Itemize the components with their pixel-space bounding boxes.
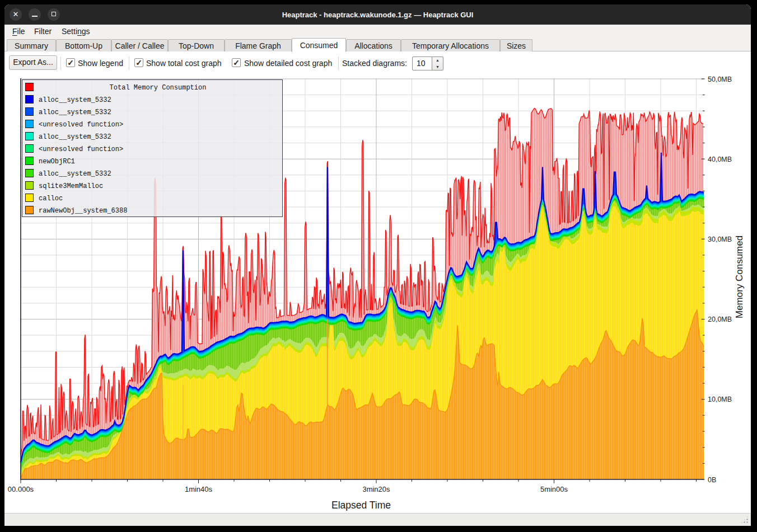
svg-text:3min20s: 3min20s (362, 485, 390, 493)
svg-text:Memory Consumed: Memory Consumed (734, 236, 745, 318)
svg-text:10,0MB: 10,0MB (708, 396, 732, 403)
svg-text:5min00s: 5min00s (540, 485, 568, 493)
svg-text:30,0MB: 30,0MB (708, 236, 732, 243)
svg-text:Elapsed Time: Elapsed Time (331, 500, 391, 511)
svg-text:40,0MB: 40,0MB (708, 156, 732, 163)
svg-text:20,0MB: 20,0MB (708, 316, 732, 323)
svg-text:1min40s: 1min40s (185, 485, 213, 493)
svg-text:00.000s: 00.000s (8, 485, 34, 493)
svg-text:50,0MB: 50,0MB (708, 76, 732, 83)
svg-text:0B: 0B (708, 476, 716, 484)
